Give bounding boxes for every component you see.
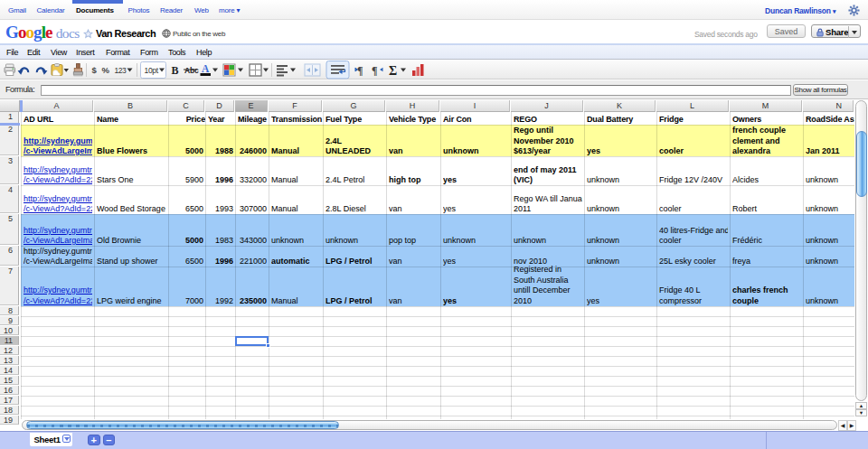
svg-text:Σ: Σ [389, 64, 397, 78]
svg-text:%: % [102, 65, 110, 75]
svg-text:B: B [172, 64, 179, 77]
svg-text:123: 123 [115, 66, 127, 75]
svg-text:¶: ¶ [372, 64, 377, 77]
svg-text:¶: ¶ [357, 64, 363, 77]
svg-text:A: A [202, 63, 210, 74]
svg-text:$: $ [92, 65, 98, 75]
svg-text:10pt: 10pt [145, 66, 159, 75]
